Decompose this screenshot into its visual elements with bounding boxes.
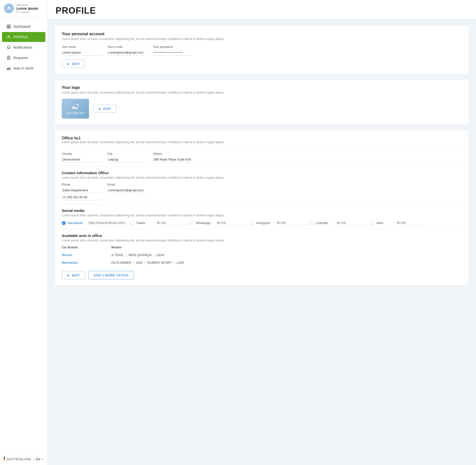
instagram-value: No link — [276, 221, 308, 225]
sidebar-item-profile[interactable]: PROFILE — [2, 32, 45, 42]
social-item-twitter: TwitterNo link — [130, 221, 188, 225]
lang-select[interactable]: EN — [36, 457, 43, 461]
phone-name-value: Sales Department — [62, 187, 101, 193]
model-name: PAJERO SPORT — [147, 261, 172, 265]
sidebar-item-label: PROFILE — [13, 35, 28, 39]
model-name: ASX — [136, 261, 143, 265]
svg-rect-1 — [7, 25, 8, 26]
file-icon — [6, 56, 11, 60]
arrow-right-icon: ► — [98, 107, 102, 111]
contact-desc: Lorem ipsum dolor sit amet, consectetur … — [62, 176, 462, 179]
personal-edit-button[interactable]: ► EDIT — [62, 60, 85, 68]
linkedin-checkbox[interactable] — [310, 221, 314, 225]
model-separator: | — [174, 261, 175, 265]
avatar — [4, 3, 14, 13]
content-area: Your personal account Lorem ipsum dolor … — [48, 20, 476, 292]
password-label: Your password — [153, 45, 193, 49]
contact-title: Contact information Office — [62, 171, 462, 175]
twitter-checkbox[interactable] — [130, 221, 134, 225]
country-field-group: Country Deutschland — [62, 152, 101, 163]
phone-field-group: Phone Sales Department +1 245 252 55 55 — [62, 183, 101, 200]
email-field-group: Your e-mail Loremipsum@gmail.com — [107, 45, 147, 56]
brands-header: Car Brands Models — [62, 246, 462, 251]
personal-fields-row: Your name Lorem ipsum Your e-mail Loremi… — [62, 45, 462, 56]
linkedin-label: LinkedIn — [316, 221, 334, 225]
logo-placeholder: Your logo here — [62, 99, 89, 119]
arrow-right-icon: ► — [67, 62, 70, 66]
sidebar-item-label: Dashbaord — [13, 25, 30, 29]
name-label: Your name — [62, 45, 101, 49]
model-separator: | — [153, 253, 154, 257]
social-item-whatsapp: WhatsappNo link — [190, 221, 248, 225]
country-label: Country — [62, 152, 101, 156]
social-item-instagram: InstagramNo link — [250, 221, 308, 225]
viber-checkbox[interactable] — [370, 221, 374, 225]
model-name: OUTLANDER — [111, 261, 131, 265]
logo-edit-button[interactable]: ► EDIT — [93, 104, 116, 113]
sidebar-item-requests[interactable]: Requests — [2, 53, 45, 63]
sidebar: Welcome Lorem ipsum Logout Dashbaord — [0, 0, 48, 465]
facebook-label: Facebook — [68, 221, 86, 225]
city-value: Leipzig — [107, 157, 147, 163]
sidebar-item-label: Auto in stock — [13, 66, 33, 70]
whatsapp-label: Whatsapp — [196, 221, 214, 225]
sidebar-item-label: Requests — [13, 56, 28, 60]
city-label: City — [107, 152, 147, 156]
table-row: NissanX-TRAIL|NEW QASHQAI|LEAF — [62, 251, 462, 259]
linkedin-value: No link — [336, 221, 368, 225]
model-name: NEW QASHQAI — [128, 253, 151, 257]
sidebar-item-dashboard[interactable]: Dashbaord — [2, 22, 45, 32]
main-content: PROFILE Your personal account Lorem ipsu… — [48, 0, 476, 465]
password-value: •••••••••••••••••• — [153, 50, 193, 56]
sidebar-item-auto-in-stock[interactable]: Auto in stock — [2, 63, 45, 73]
logo-desc: Lorem ipsum dolor sit amet, consectetur … — [62, 91, 462, 94]
username: Lorem ipsum — [16, 6, 38, 10]
office-edit-button[interactable]: ► EDIT — [62, 271, 85, 279]
model-separator: | — [133, 261, 134, 265]
svg-rect-3 — [7, 27, 8, 28]
brand-name: Nissan — [62, 253, 111, 257]
logo-area: Your logo here ► EDIT — [62, 99, 462, 119]
sidebar-footer: DEUTSCHLAND | EN — [0, 453, 47, 465]
whatsapp-checkbox[interactable] — [190, 221, 194, 225]
social-item-linkedin: LinkedInNo link — [310, 221, 368, 225]
brand-models: OUTLANDER|ASX|PAJERO SPORT|L200 — [111, 261, 184, 265]
add-office-button[interactable]: ADD 1 MORE OFFICE — [89, 271, 134, 279]
grid-icon — [6, 24, 11, 29]
phone-label: Phone — [62, 183, 101, 186]
model-separator: | — [126, 253, 126, 257]
car-icon — [6, 66, 11, 70]
personal-account-card: Your personal account Lorem ipsum dolor … — [55, 26, 469, 74]
brand-name: Mitsubishi — [62, 261, 111, 265]
password-field-group: Your password •••••••••••••••••• — [153, 45, 193, 56]
instagram-checkbox[interactable] — [250, 221, 254, 225]
social-item-facebook: Facebookhttps://www.facebook.com/l... — [62, 221, 128, 225]
models-col-header: Models — [111, 246, 121, 249]
arrow-right-icon: ► — [67, 273, 70, 277]
auto-desc: Lorem ipsum dolor sit amet, consectetur … — [62, 239, 462, 242]
sidebar-item-label: Notifications — [13, 45, 32, 49]
model-name: L200 — [177, 261, 184, 265]
viber-value: No link — [396, 221, 428, 225]
contact-fields: Phone Sales Department +1 245 252 55 55 … — [62, 183, 462, 200]
viber-label: Viber — [376, 221, 394, 225]
name-field-group: Your name Lorem ipsum — [62, 45, 101, 56]
sidebar-user-info: Welcome Lorem ipsum Logout — [0, 0, 47, 17]
office-card: Office №1 Lorem ipsum dolor sit amet, co… — [55, 130, 469, 286]
sidebar-item-notifications[interactable]: Notifications — [2, 42, 45, 52]
bell-icon — [6, 45, 11, 50]
office-email-field-group: Email Loremipsum@gmail.com — [107, 183, 147, 200]
model-separator: | — [145, 261, 145, 265]
phone-value: +1 245 252 55 55 — [62, 194, 101, 200]
brands-table: Car Brands Models NissanX-TRAIL|NEW QASH… — [62, 246, 462, 266]
office-location-fields: Country Deutschland City Leipzig Adress … — [62, 152, 462, 163]
twitter-value: No link — [156, 221, 188, 225]
sidebar-nav: Dashbaord PROFILE Notifications — [0, 17, 47, 453]
page-title: PROFILE — [56, 5, 468, 16]
facebook-checkbox[interactable] — [62, 221, 66, 225]
auto-title: Available auto in office — [62, 233, 462, 238]
social-desc: Lorem ipsum dolor sit amet, consectetur … — [62, 214, 462, 217]
office-title: Office №1 — [62, 136, 462, 140]
twitter-label: Twitter — [136, 221, 154, 225]
logout-link[interactable]: Logout — [16, 10, 38, 13]
